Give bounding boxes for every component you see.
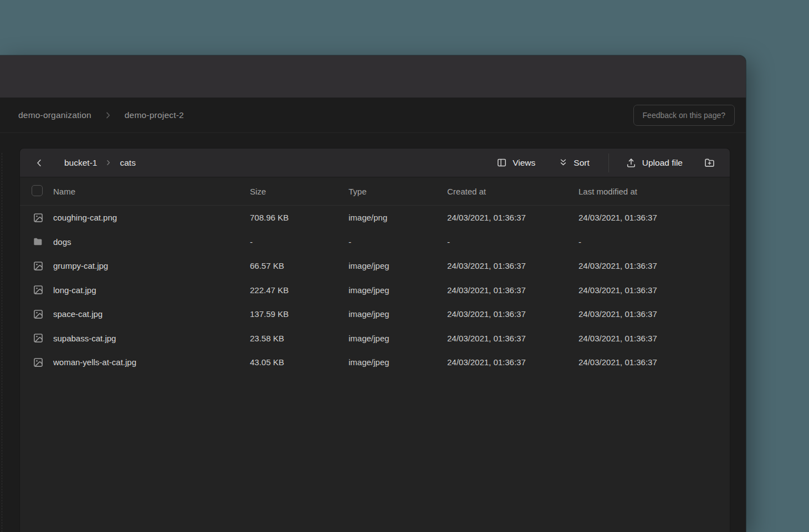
views-label: Views (513, 158, 535, 168)
column-header-size[interactable]: Size (250, 187, 349, 196)
toolbar-actions: Views Sort Upload file (492, 154, 718, 172)
file-size: 137.59 KB (250, 309, 349, 319)
image-file-icon (33, 212, 44, 223)
sort-label: Sort (574, 158, 589, 168)
file-name: coughing-cat.png (53, 213, 250, 222)
file-type: image/jpeg (349, 309, 447, 319)
file-type: - (349, 237, 447, 247)
file-type: image/jpeg (349, 285, 447, 295)
panel-columns-icon (496, 157, 507, 168)
file-type: image/jpeg (349, 357, 447, 367)
chevrons-down-icon (559, 158, 568, 167)
breadcrumb-folder[interactable]: cats (120, 158, 135, 168)
image-file-icon (33, 260, 44, 272)
storage-explorer-panel: bucket-1 cats Views Sort (19, 148, 730, 532)
file-created-at: 24/03/2021, 01:36:37 (447, 334, 578, 343)
breadcrumb-bucket[interactable]: bucket-1 (64, 158, 97, 168)
file-created-at: 24/03/2021, 01:36:37 (447, 357, 578, 367)
table-row[interactable]: dogs - - - - (20, 230, 730, 254)
file-type: image/jpeg (349, 261, 447, 270)
file-type: image/jpeg (349, 334, 447, 343)
table-row[interactable]: long-cat.jpg 222.47 KB image/jpeg 24/03/… (20, 278, 730, 303)
image-file-icon (33, 357, 44, 368)
file-modified-at: 24/03/2021, 01:36:37 (578, 261, 730, 270)
column-header-created[interactable]: Created at (447, 187, 578, 196)
file-size: 43.05 KB (250, 357, 349, 367)
sort-button[interactable]: Sort (554, 155, 593, 171)
file-modified-at: 24/03/2021, 01:36:37 (578, 309, 730, 319)
file-created-at: 24/03/2021, 01:36:37 (447, 213, 578, 222)
column-header-name[interactable]: Name (53, 187, 250, 196)
sidebar-edge-divider (2, 153, 2, 532)
folder-icon (33, 236, 44, 247)
file-created-at: 24/03/2021, 01:36:37 (447, 261, 578, 270)
file-created-at: 24/03/2021, 01:36:37 (447, 309, 578, 319)
column-header-type[interactable]: Type (349, 187, 447, 196)
select-all-checkbox[interactable] (32, 185, 43, 196)
file-modified-at: 24/03/2021, 01:36:37 (578, 357, 730, 367)
file-size: 66.57 KB (250, 261, 349, 270)
back-button[interactable] (32, 156, 47, 170)
upload-file-button[interactable]: Upload file (621, 154, 687, 172)
file-size: 23.58 KB (250, 334, 349, 343)
explorer-toolbar: bucket-1 cats Views Sort (20, 149, 730, 177)
file-name: grumpy-cat.jpg (53, 261, 250, 270)
column-header-modified[interactable]: Last modified at (578, 187, 730, 196)
table-body: coughing-cat.png 708.96 KB image/png 24/… (20, 206, 730, 375)
table-row[interactable]: supabass-cat.jpg 23.58 KB image/jpeg 24/… (20, 326, 730, 351)
file-modified-at: 24/03/2021, 01:36:37 (578, 334, 730, 343)
path-breadcrumb: bucket-1 cats (64, 158, 136, 168)
table-row[interactable]: woman-yells-at-cat.jpg 43.05 KB image/jp… (20, 350, 730, 375)
folder-plus-icon (704, 157, 715, 168)
file-name: woman-yells-at-cat.jpg (53, 357, 250, 367)
image-file-icon (33, 309, 44, 320)
top-navigation-bar: demo-organization demo-project-2 Feedbac… (0, 98, 746, 133)
file-size: - (250, 237, 349, 247)
table-row[interactable]: coughing-cat.png 708.96 KB image/png 24/… (20, 206, 730, 230)
file-size: 708.96 KB (250, 213, 349, 222)
chevron-right-icon (104, 111, 112, 120)
file-size: 222.47 KB (250, 285, 349, 295)
table-row[interactable]: grumpy-cat.jpg 66.57 KB image/jpeg 24/03… (20, 254, 730, 278)
image-file-icon (33, 284, 44, 295)
breadcrumb-project[interactable]: demo-project-2 (125, 110, 184, 120)
upload-file-label: Upload file (642, 158, 683, 168)
file-name: space-cat.jpg (53, 309, 250, 319)
file-name: dogs (53, 237, 250, 247)
file-name: long-cat.jpg (53, 285, 250, 295)
table-header: Name Size Type Created at Last modified … (20, 177, 730, 206)
file-modified-at: - (578, 237, 730, 247)
feedback-button[interactable]: Feedback on this page? (633, 105, 735, 126)
file-type: image/png (349, 213, 447, 222)
views-button[interactable]: Views (492, 154, 540, 171)
image-file-icon (33, 332, 44, 344)
file-modified-at: 24/03/2021, 01:36:37 (578, 285, 730, 295)
chevron-left-icon (34, 158, 44, 168)
table-row[interactable]: space-cat.jpg 137.59 KB image/jpeg 24/03… (20, 302, 730, 326)
breadcrumb-organization[interactable]: demo-organization (18, 110, 91, 120)
create-folder-button[interactable] (702, 155, 718, 171)
file-created-at: - (447, 237, 578, 247)
chevron-right-icon (105, 159, 112, 166)
toolbar-divider (608, 154, 609, 172)
file-created-at: 24/03/2021, 01:36:37 (447, 285, 578, 295)
app-window: demo-organization demo-project-2 Feedbac… (0, 55, 746, 532)
file-modified-at: 24/03/2021, 01:36:37 (578, 213, 730, 222)
upload-icon (626, 157, 637, 168)
window-titlebar (0, 55, 746, 98)
file-name: supabass-cat.jpg (53, 334, 250, 343)
